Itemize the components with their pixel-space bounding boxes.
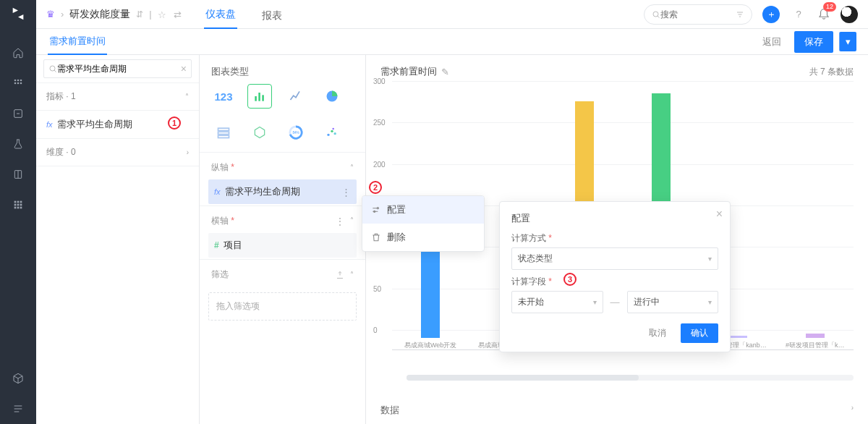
tab-report[interactable]: 报表: [260, 2, 284, 29]
chevron-up-icon: ˄: [350, 164, 354, 171]
x-axis-section[interactable]: 横轴 * ⋮˄: [200, 205, 365, 232]
horizontal-scrollbar[interactable]: [407, 375, 854, 381]
data-count: 共 7 条数据: [809, 66, 854, 78]
apps-icon[interactable]: [10, 197, 26, 213]
y-tick: 300: [373, 77, 386, 85]
popover-title: 配置: [511, 212, 718, 225]
confirm-button[interactable]: 确认: [681, 323, 718, 343]
field-from-value: 未开始: [518, 296, 544, 308]
book-icon[interactable]: [10, 166, 26, 182]
chart-type-number[interactable]: 123: [211, 84, 236, 109]
swap-icon[interactable]: ⇄: [174, 9, 184, 20]
menu-item-delete-label: 删除: [387, 231, 406, 244]
sub-header: 需求前置时间 返回 保存 ▾: [36, 29, 868, 55]
calc-method-select[interactable]: 状态类型▾: [511, 247, 718, 270]
flask-icon[interactable]: [10, 136, 26, 152]
trash-icon: [371, 232, 381, 242]
sub-tab[interactable]: 需求前置时间: [48, 29, 107, 55]
home-icon[interactable]: [10, 45, 26, 61]
svg-rect-23: [218, 128, 229, 130]
app-logo-icon: [10, 6, 26, 22]
help-icon[interactable]: ?: [790, 6, 807, 23]
svg-point-1: [17, 80, 20, 82]
bar[interactable]: [728, 336, 747, 338]
grid-icon[interactable]: [10, 75, 26, 91]
tab-dashboard[interactable]: 仪表盘: [204, 1, 237, 29]
y-tick: 200: [373, 160, 386, 168]
clear-icon[interactable]: ×: [181, 63, 187, 75]
chart-type-pie[interactable]: [320, 84, 344, 109]
dimensions-section[interactable]: 维度 · 0 ›: [36, 138, 199, 166]
edit-icon[interactable]: ✎: [441, 67, 449, 77]
save-button[interactable]: 保存: [794, 31, 833, 53]
function-icon: fx: [214, 187, 221, 196]
y-axis-section[interactable]: 纵轴 * ˄: [200, 152, 365, 178]
save-dropdown[interactable]: ▾: [839, 32, 856, 51]
filter-section[interactable]: 筛选 ˄: [200, 259, 365, 285]
search-icon: [48, 64, 57, 73]
bar[interactable]: [806, 334, 825, 338]
star-icon[interactable]: ☆: [158, 9, 168, 20]
notifications-icon[interactable]: 12: [817, 7, 830, 22]
menu-item-configure[interactable]: 配置: [362, 196, 484, 224]
chevron-updown-icon[interactable]: ⇵: [136, 9, 143, 20]
svg-rect-24: [218, 132, 229, 134]
svg-rect-11: [14, 204, 17, 206]
chart-type-gauge[interactable]: 84%: [284, 120, 308, 145]
chart-type-table[interactable]: [211, 120, 236, 145]
more-icon[interactable]: ⋮: [341, 187, 351, 198]
cube-icon[interactable]: [10, 370, 26, 386]
project-icon[interactable]: [10, 106, 26, 122]
svg-rect-20: [258, 93, 260, 101]
chevron-up-icon: ˄: [185, 93, 189, 101]
menu-item-delete[interactable]: 删除: [362, 224, 484, 251]
crown-icon: ♛: [46, 9, 55, 20]
back-button[interactable]: 返回: [755, 31, 788, 53]
metrics-section[interactable]: 指标 · 1 ˄: [36, 82, 199, 111]
header: ♛ › 研发效能度量 ⇵ | ☆ ⇄ 仪表盘 报表 ＋ ? 12: [36, 0, 868, 29]
add-button[interactable]: ＋: [762, 6, 780, 23]
cancel-button[interactable]: 取消: [640, 323, 675, 343]
svg-point-4: [17, 82, 20, 85]
scrollbar-thumb[interactable]: [407, 375, 639, 381]
field-from-select[interactable]: 未开始▾: [511, 291, 603, 313]
y-tick: 0: [373, 326, 378, 334]
x-axis-label: 横轴: [211, 216, 229, 226]
calc-method-label: 计算方式: [511, 233, 546, 243]
field-search[interactable]: ×: [43, 59, 192, 78]
global-search-input[interactable]: [660, 9, 736, 20]
chart-type-scatter[interactable]: [320, 120, 344, 145]
chevron-right-icon[interactable]: ›: [851, 404, 854, 417]
search-icon: [652, 10, 660, 19]
chart-type-bar[interactable]: [247, 84, 272, 109]
svg-rect-13: [20, 204, 22, 206]
svg-rect-25: [218, 135, 229, 137]
avatar[interactable]: [841, 6, 858, 23]
filter-dropzone[interactable]: 拖入筛选项: [208, 292, 357, 321]
configure-popover: × 配置 计算方式 * 状态类型▾ 计算字段 * 3 未开始▾ — 进行中▾ 取…: [499, 201, 731, 352]
filter-icon[interactable]: [736, 10, 744, 19]
metric-item[interactable]: fx 需求平均生命周期 1: [36, 111, 199, 138]
x-category: 易成商城Web开发: [404, 341, 456, 350]
close-icon[interactable]: ×: [716, 208, 723, 221]
svg-rect-21: [262, 95, 264, 101]
breadcrumb-project[interactable]: 研发效能度量: [69, 8, 130, 21]
field-search-input[interactable]: [57, 64, 181, 74]
collapse-icon[interactable]: [10, 401, 26, 417]
global-search[interactable]: [644, 4, 752, 25]
field-to-select[interactable]: 进行中▾: [627, 291, 719, 313]
x-axis-item-label: 项目: [224, 239, 242, 252]
svg-point-30: [334, 132, 336, 135]
more-icon[interactable]: ⋮: [336, 216, 344, 226]
export-icon[interactable]: [336, 271, 344, 279]
svg-rect-12: [17, 204, 20, 206]
chart-type-line[interactable]: [284, 84, 308, 109]
x-axis-item[interactable]: # 项目: [208, 233, 357, 258]
y-axis-item[interactable]: fx 需求平均生命周期 ⋮: [208, 179, 357, 204]
chevron-right-icon: ›: [187, 148, 189, 156]
function-icon: fx: [46, 120, 53, 129]
dash-icon: —: [610, 297, 620, 308]
y-axis-label: 纵轴: [211, 162, 229, 172]
chart-type-radar[interactable]: [247, 120, 272, 145]
annotation-2: 2: [369, 181, 382, 194]
